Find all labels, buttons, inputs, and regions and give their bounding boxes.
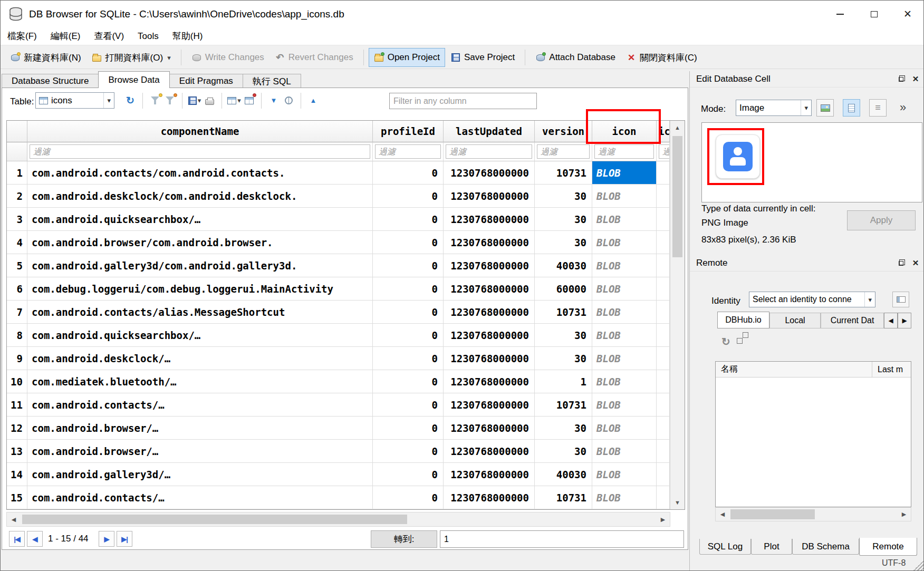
encoding-button[interactable] <box>281 93 296 108</box>
column-header-lastUpdated[interactable]: lastUpdated <box>444 121 535 142</box>
menu-help[interactable]: 幫助(H) <box>166 27 210 45</box>
icon-blob-cell[interactable]: BLOB <box>592 324 657 347</box>
horizontal-scrollbar-thumb[interactable] <box>22 515 407 524</box>
row-number-cell[interactable]: 10 <box>7 370 27 393</box>
version-cell[interactable]: 30 <box>535 440 592 463</box>
dock-tab-plot[interactable]: Plot <box>751 539 792 555</box>
row-number-cell[interactable]: 7 <box>7 301 27 324</box>
version-cell[interactable]: 10731 <box>535 161 592 185</box>
componentName-cell[interactable]: com.android.contacts/… <box>27 393 373 417</box>
partial-cell[interactable] <box>657 417 670 440</box>
profileId-cell[interactable]: 0 <box>373 370 444 393</box>
menu-tools[interactable]: Tools <box>131 27 166 45</box>
save-project-button[interactable]: Save Project <box>445 48 520 67</box>
version-cell[interactable]: 30 <box>535 208 592 231</box>
icon-blob-cell[interactable]: BLOB <box>592 440 657 463</box>
partial-cell[interactable] <box>657 486 670 509</box>
partial-cell[interactable] <box>657 393 670 417</box>
lastUpdated-cell[interactable]: 1230768000000 <box>444 301 535 324</box>
dock-tab-db-schema[interactable]: DB Schema <box>792 539 859 555</box>
version-cell[interactable]: 40030 <box>535 463 592 486</box>
icon-blob-cell[interactable]: BLOB <box>592 370 657 393</box>
partial-cell[interactable] <box>657 301 670 324</box>
lastUpdated-cell[interactable]: 1230768000000 <box>444 463 535 486</box>
partial-cell[interactable] <box>657 161 670 185</box>
row-number-cell[interactable]: 15 <box>7 486 27 509</box>
row-number-cell[interactable]: 3 <box>7 208 27 231</box>
componentName-cell[interactable]: com.android.quicksearchbox/… <box>27 324 373 347</box>
profileId-cell[interactable]: 0 <box>373 161 444 185</box>
profileId-cell[interactable]: 0 <box>373 440 444 463</box>
remote-horizontal-scrollbar[interactable]: ◀ ▶ <box>715 507 911 521</box>
menu-edit[interactable]: 編輯(E) <box>44 27 88 45</box>
scroll-down-icon[interactable]: ▼ <box>670 496 685 509</box>
partial-cell[interactable] <box>657 347 670 370</box>
resize-grip[interactable] <box>913 560 923 570</box>
componentName-cell[interactable]: com.mediatek.bluetooth/… <box>27 370 373 393</box>
componentName-cell[interactable]: com.debug.loggerui/com.debug.loggerui.Ma… <box>27 277 373 301</box>
close-database-button[interactable]: ✕ 關閉資料庫(C) <box>621 48 702 67</box>
lastUpdated-cell[interactable]: 1230768000000 <box>444 417 535 440</box>
scroll-right-icon[interactable]: ▶ <box>897 508 911 521</box>
lastUpdated-cell[interactable]: 1230768000000 <box>444 440 535 463</box>
filter-input-lastUpdated[interactable] <box>446 144 532 159</box>
grid-vertical-scrollbar[interactable]: ▲ ▼ <box>670 121 685 509</box>
mode-selector[interactable]: Image ▾ <box>736 100 812 116</box>
componentName-cell[interactable]: com.android.browser/… <box>27 440 373 463</box>
version-cell[interactable]: 10731 <box>535 486 592 509</box>
profileId-cell[interactable]: 0 <box>373 301 444 324</box>
close-button[interactable]: ✕ <box>891 1 924 27</box>
sort-ascending-button[interactable]: ▼ <box>266 93 281 108</box>
vertical-scrollbar-thumb[interactable] <box>672 136 682 257</box>
identity-certificate-button[interactable] <box>892 292 909 307</box>
tab-browse-data[interactable]: Browse Data <box>98 71 169 88</box>
icon-blob-cell[interactable]: BLOB <box>592 347 657 370</box>
open-database-button[interactable]: 打開資料庫(O) ▾ <box>86 48 176 67</box>
lastUpdated-cell[interactable]: 1230768000000 <box>444 277 535 301</box>
partial-cell[interactable] <box>657 254 670 277</box>
lastUpdated-cell[interactable]: 1230768000000 <box>444 161 535 185</box>
revert-changes-button[interactable]: ↶ Revert Changes <box>270 48 359 67</box>
profileId-cell[interactable]: 0 <box>373 324 444 347</box>
previous-page-button[interactable]: ◀ <box>27 531 43 547</box>
profileId-cell[interactable]: 0 <box>373 417 444 440</box>
print-button[interactable] <box>202 93 217 108</box>
icon-blob-cell[interactable]: BLOB <box>592 231 657 254</box>
componentName-cell[interactable]: com.android.deskclock/com.android.deskcl… <box>27 185 373 208</box>
version-cell[interactable]: 30 <box>535 185 592 208</box>
row-number-header[interactable] <box>7 121 27 142</box>
goto-record-button[interactable]: 轉到: <box>371 530 437 548</box>
filter-input-profileId[interactable] <box>375 144 441 159</box>
delete-record-button[interactable] <box>242 93 256 108</box>
partial-cell[interactable] <box>657 231 670 254</box>
filter-input-icon[interactable] <box>594 144 654 159</box>
clear-all-filters-button[interactable] <box>148 93 162 108</box>
profileId-cell[interactable]: 0 <box>373 208 444 231</box>
save-results-button[interactable]: ▾ <box>187 93 202 108</box>
lastUpdated-cell[interactable]: 1230768000000 <box>444 231 535 254</box>
version-cell[interactable]: 60000 <box>535 277 592 301</box>
icon-blob-cell[interactable]: BLOB <box>592 208 657 231</box>
column-header-version[interactable]: version <box>535 121 592 142</box>
lastUpdated-cell[interactable]: 1230768000000 <box>444 393 535 417</box>
profileId-cell[interactable]: 0 <box>373 277 444 301</box>
icon-blob-cell[interactable]: BLOB <box>592 486 657 509</box>
lastUpdated-cell[interactable]: 1230768000000 <box>444 185 535 208</box>
row-number-cell[interactable]: 9 <box>7 347 27 370</box>
attach-database-button[interactable]: Attach Database <box>530 48 621 67</box>
lastUpdated-cell[interactable]: 1230768000000 <box>444 370 535 393</box>
componentName-cell[interactable]: com.android.quicksearchbox/… <box>27 208 373 231</box>
horizontal-scrollbar-thumb[interactable] <box>730 509 815 519</box>
dock-tab-remote[interactable]: Remote <box>859 538 917 556</box>
filter-input-componentName[interactable] <box>30 144 370 159</box>
componentName-cell[interactable]: com.android.browser/com.android.browser. <box>27 231 373 254</box>
row-number-cell[interactable]: 4 <box>7 231 27 254</box>
open-database-dropdown-icon[interactable]: ▾ <box>167 54 171 62</box>
open-project-button[interactable]: Open Project <box>369 48 445 67</box>
document-view-button[interactable] <box>843 99 860 117</box>
componentName-cell[interactable]: com.android.gallery3d/com.android.galler… <box>27 254 373 277</box>
version-cell[interactable]: 30 <box>535 417 592 440</box>
minimize-button[interactable] <box>823 1 857 27</box>
componentName-cell[interactable]: com.android.browser/… <box>27 417 373 440</box>
scroll-left-icon[interactable]: ◀ <box>716 508 729 521</box>
